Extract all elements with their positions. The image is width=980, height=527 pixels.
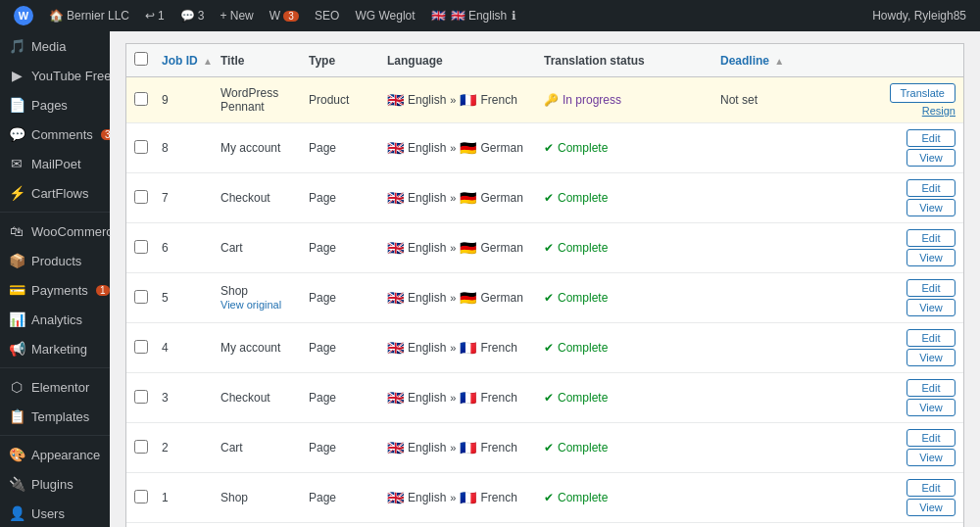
view-button[interactable]: View (906, 399, 956, 416)
flag-from: 🇬🇧 (387, 140, 404, 156)
table-row: 9 WordPress Pennant Product 🇬🇧 English »… (126, 77, 963, 123)
sidebar-item-users[interactable]: 👤 Users (0, 499, 110, 527)
td-type: Product (309, 93, 387, 107)
wp-logo: W (14, 6, 33, 25)
view-button[interactable]: View (906, 249, 956, 266)
status-icon: ✔ (544, 491, 554, 504)
table-row: 4 My account Page 🇬🇧 English » 🇫🇷 French… (126, 323, 963, 373)
edit-button[interactable]: Edit (906, 429, 956, 447)
table-header: Job ID ▲ Title Type Language Translation… (126, 44, 963, 77)
edit-button[interactable]: Edit (906, 129, 956, 147)
site-name[interactable]: 🏠 Bernier LLC (43, 0, 135, 31)
sidebar-item-youtube[interactable]: ▶ YouTube Free (0, 61, 110, 90)
sidebar-item-plugins[interactable]: 🔌 Plugins (0, 469, 110, 499)
analytics-icon: 📊 (8, 311, 25, 328)
td-language: 🇬🇧 English » 🇫🇷 French (387, 92, 544, 108)
th-checkbox[interactable] (134, 52, 162, 69)
td-actions: Translate Resign (828, 83, 956, 117)
edit-button[interactable]: Edit (906, 279, 956, 297)
deadline-sort-icon: ▲ (774, 56, 784, 67)
products-icon: 📦 (8, 252, 25, 269)
flag-from: 🇬🇧 (387, 390, 404, 406)
edit-button[interactable]: Edit (906, 329, 956, 347)
plugins-icon: 🔌 (8, 475, 25, 493)
th-translation-status: Translation status (544, 54, 720, 68)
plugin-w3[interactable]: W 3 (264, 0, 305, 31)
templates-icon: 📋 (8, 407, 25, 425)
sidebar-item-comments[interactable]: 💬 Comments 3 (0, 120, 110, 149)
app-layout: 🎵 Media ▶ YouTube Free 📄 Pages 💬 Comment… (0, 31, 980, 527)
select-all-checkbox[interactable] (134, 52, 148, 66)
edit-button[interactable]: Edit (906, 479, 956, 497)
status-icon: ✔ (544, 191, 554, 205)
view-button[interactable]: View (906, 449, 956, 466)
flag-to: 🇫🇷 (460, 340, 476, 356)
media-icon: 🎵 (8, 37, 25, 55)
table-row: 7 Checkout Page 🇬🇧 English » 🇩🇪 German ✔… (126, 173, 963, 223)
view-button[interactable]: View (906, 349, 956, 366)
flag-from: 🇬🇧 (387, 92, 404, 108)
sidebar-item-elementor[interactable]: ⬡ Elementor (0, 372, 110, 402)
status-icon: ✔ (544, 441, 554, 455)
view-original-link[interactable]: View original (220, 299, 281, 311)
appearance-icon: 🎨 (8, 446, 25, 463)
sidebar-item-products[interactable]: 📦 Products (0, 246, 110, 275)
th-language: Language (387, 54, 544, 68)
users-icon: 👤 (8, 504, 25, 522)
sidebar-item-media[interactable]: 🎵 Media (0, 31, 110, 61)
th-job-id[interactable]: Job ID ▲ (162, 54, 220, 68)
view-button[interactable]: View (906, 149, 956, 167)
edit-button[interactable]: Edit (906, 179, 956, 197)
sidebar-item-appearance[interactable]: 🎨 Appearance (0, 440, 110, 469)
wp-logo-button[interactable]: W (8, 0, 39, 31)
updates-button[interactable]: ↩ 1 (139, 0, 171, 31)
flag-from: 🇬🇧 (387, 240, 404, 256)
youtube-icon: ▶ (8, 67, 25, 84)
flag-to: 🇫🇷 (460, 92, 476, 108)
view-button[interactable]: View (906, 499, 956, 516)
flag-from: 🇬🇧 (387, 440, 404, 455)
table-row: 5 Shop View original Page 🇬🇧 English » 🇩… (126, 273, 963, 323)
sidebar-item-cartflows[interactable]: ⚡ CartFlows (0, 178, 110, 208)
info-icon: ℹ (512, 9, 516, 23)
resign-button[interactable]: Resign (922, 105, 956, 117)
flag-from: 🇬🇧 (387, 190, 404, 206)
sidebar-item-pages[interactable]: 📄 Pages (0, 90, 110, 120)
sidebar-item-payments[interactable]: 💳 Payments 1 (0, 275, 110, 305)
th-title: Title (220, 54, 309, 68)
table-row: 1 Shop Page 🇬🇧 English » 🇫🇷 French ✔ Com… (126, 473, 963, 523)
language-selector[interactable]: 🇬🇧 🇬🇧 English ℹ (425, 0, 523, 31)
top-bar: W 🏠 Bernier LLC ↩ 1 💬 3 + New W 3 SEO WG… (0, 0, 980, 31)
seo-plugin[interactable]: SEO (309, 0, 345, 31)
flag-from: 🇬🇧 (387, 490, 404, 505)
td-status: 🔑 In progress (544, 93, 720, 107)
weglot-plugin[interactable]: WG Weglot (349, 0, 420, 31)
sidebar: 🎵 Media ▶ YouTube Free 📄 Pages 💬 Comment… (0, 31, 110, 527)
comment-icon: 💬 (180, 9, 195, 23)
sidebar-item-analytics[interactable]: 📊 Analytics (0, 305, 110, 334)
edit-button[interactable]: Edit (906, 229, 956, 247)
user-greeting[interactable]: Howdy, Ryleigh85 (866, 0, 972, 31)
flag-from: 🇬🇧 (387, 290, 404, 306)
td-checkbox[interactable] (134, 92, 162, 109)
sidebar-item-marketing[interactable]: 📢 Marketing (0, 334, 110, 363)
pages-icon: 📄 (8, 96, 25, 114)
flag-from: 🇬🇧 (387, 340, 404, 356)
th-type: Type (309, 54, 387, 68)
new-content-button[interactable]: + New (214, 0, 259, 31)
edit-button[interactable]: Edit (906, 379, 956, 397)
td-job-id: 9 (162, 93, 220, 107)
sidebar-item-templates[interactable]: 📋 Templates (0, 402, 110, 431)
flag-to: 🇩🇪 (460, 190, 476, 206)
status-icon: ✔ (544, 141, 554, 155)
sidebar-item-mailpoet[interactable]: ✉ MailPoet (0, 149, 110, 178)
translate-button[interactable]: Translate (890, 83, 956, 103)
view-button[interactable]: View (906, 299, 956, 316)
table-row: 3 Checkout Page 🇬🇧 English » 🇫🇷 French ✔… (126, 373, 963, 423)
home-icon: 🏠 (49, 9, 64, 23)
td-deadline: Not set (720, 93, 828, 107)
sidebar-item-woocommerce[interactable]: 🛍 WooCommerce (0, 216, 110, 246)
view-button[interactable]: View (906, 199, 956, 216)
comments-button[interactable]: 💬 3 (174, 0, 211, 31)
th-deadline[interactable]: Deadline ▲ (720, 54, 828, 68)
